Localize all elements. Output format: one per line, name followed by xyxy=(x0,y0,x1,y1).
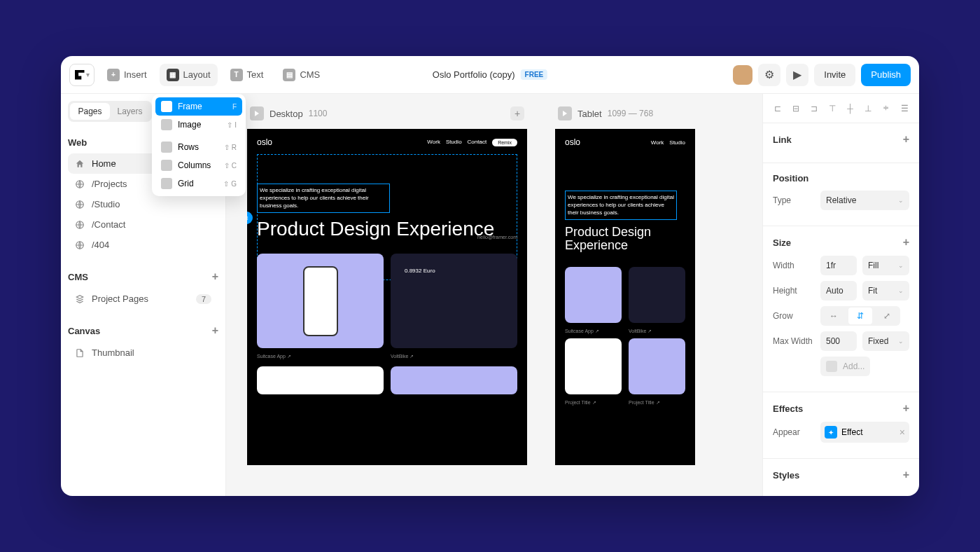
publish-button[interactable]: Publish xyxy=(861,64,911,86)
canvas-section-label: Canvas xyxy=(68,326,100,336)
insert-button[interactable]: + Insert xyxy=(100,64,154,86)
selection-node-icon[interactable] xyxy=(247,212,253,224)
cms-project-pages[interactable]: Project Pages 7 xyxy=(68,289,218,309)
add-canvas-button[interactable]: + xyxy=(212,324,218,337)
app-logo-menu[interactable]: ▾ xyxy=(69,64,94,86)
constraint-icon xyxy=(826,361,837,372)
add-cms-button[interactable]: + xyxy=(212,270,218,283)
tab-pages[interactable]: Pages xyxy=(70,103,110,120)
text-button[interactable]: T Text xyxy=(223,64,271,86)
align-top-icon[interactable]: ⊤ xyxy=(827,104,838,113)
nav-studio[interactable]: Studio xyxy=(669,139,685,146)
dropdown-rows[interactable]: Rows ⇧ R xyxy=(155,138,242,156)
grow-button-group: ↔ ⇵ ⤢ xyxy=(820,306,900,326)
dropdown-grid[interactable]: Grid ⇧ G xyxy=(155,174,242,193)
width-mode-select[interactable]: Fill ⌄ xyxy=(862,256,909,275)
cms-section-header: CMS + xyxy=(68,270,218,283)
select-value: Relative xyxy=(826,195,856,205)
dropdown-image[interactable]: Image ⇧ I xyxy=(155,116,242,134)
user-avatar[interactable] xyxy=(733,65,752,85)
maxwidth-mode-select[interactable]: Fixed ⌄ xyxy=(862,331,909,351)
globe-icon xyxy=(75,240,85,250)
project-card[interactable] xyxy=(629,267,685,323)
hero-subtitle: We specialize in crafting exceptional di… xyxy=(568,193,674,217)
breakpoint-play-button[interactable] xyxy=(250,106,264,120)
project-card[interactable] xyxy=(391,366,517,394)
add-link-button[interactable]: + xyxy=(903,133,909,146)
nav-studio[interactable]: Studio xyxy=(446,139,462,146)
align-center-v-icon[interactable]: ┼ xyxy=(844,104,855,113)
tab-layers[interactable]: Layers xyxy=(110,103,150,120)
chevron-down-icon: ▾ xyxy=(86,71,90,78)
add-effect-button[interactable]: + xyxy=(903,402,909,415)
preview-button[interactable]: ▶ xyxy=(786,64,808,86)
selected-text-element[interactable]: We specialize in crafting exceptional di… xyxy=(565,191,677,220)
project-cards xyxy=(555,253,695,329)
project-card[interactable] xyxy=(391,254,517,348)
position-type-select[interactable]: Relative ⌄ xyxy=(820,191,909,210)
selected-text-element[interactable]: We specialize in crafting exceptional di… xyxy=(257,184,390,213)
page-studio[interactable]: /Studio xyxy=(68,194,218,214)
card-labels: Project Title ↗ Project Title ↗ xyxy=(555,400,695,406)
distribute-v-icon[interactable]: ☰ xyxy=(899,104,910,113)
image-icon xyxy=(161,119,172,130)
height-input[interactable]: Auto xyxy=(820,281,857,301)
phone-mockup xyxy=(303,266,338,336)
dropdown-columns[interactable]: Columns ⇧ C xyxy=(155,156,242,174)
position-section: Position Type Relative ⌄ xyxy=(763,163,919,226)
nav-work[interactable]: Work xyxy=(651,139,664,146)
tablet-frame[interactable]: oslo Work Studio We specialize in crafti… xyxy=(555,129,695,465)
maxwidth-input[interactable]: 500 xyxy=(820,331,857,351)
effect-chip[interactable]: ✦ Effect × xyxy=(820,422,909,443)
project-title[interactable]: Oslo Portfolio (copy) FREE xyxy=(433,69,547,80)
add-constraint-button[interactable]: Add... xyxy=(820,357,870,376)
project-card[interactable] xyxy=(257,254,384,348)
align-center-h-icon[interactable]: ⊟ xyxy=(790,104,802,113)
align-bottom-icon[interactable]: ⊥ xyxy=(862,104,874,113)
canvas-area[interactable]: Desktop 1100 + oslo Work Studio Contact … xyxy=(226,94,762,496)
breakpoint-size: 1100 xyxy=(309,109,328,118)
nav-contact[interactable]: Contact xyxy=(468,139,487,146)
shortcut: ⇧ I xyxy=(227,121,237,129)
project-card[interactable] xyxy=(565,267,622,323)
cms-button[interactable]: ▤ CMS xyxy=(276,64,327,86)
project-card[interactable] xyxy=(257,366,384,394)
page-contact[interactable]: /Contact xyxy=(68,214,218,235)
dropdown-frame[interactable]: Frame F xyxy=(155,97,242,116)
width-input[interactable]: 1fr xyxy=(820,256,857,275)
add-size-button[interactable]: + xyxy=(903,236,909,249)
canvas-thumbnail[interactable]: Thumbnail xyxy=(68,343,218,363)
breakpoint-header: Tablet 1099 — 768 xyxy=(555,102,695,125)
align-left-icon[interactable]: ⊏ xyxy=(772,104,783,113)
effects-section: Effects + Appear ✦ Effect × xyxy=(763,392,919,459)
settings-button[interactable]: ⚙ xyxy=(758,64,780,86)
page-label: Home xyxy=(92,158,116,169)
remix-button[interactable]: Remix xyxy=(492,139,517,146)
add-style-button[interactable]: + xyxy=(903,469,909,481)
desktop-frame[interactable]: oslo Work Studio Contact Remix We specia… xyxy=(247,129,527,465)
distribute-h-icon[interactable]: ⫩ xyxy=(881,104,892,113)
breakpoint-play-button[interactable] xyxy=(558,106,572,120)
height-mode-select[interactable]: Fit ⌄ xyxy=(862,281,909,301)
size-section: Size + Width 1fr Fill ⌄ Height Auto Fit xyxy=(763,226,919,392)
remove-effect-button[interactable]: × xyxy=(899,427,905,438)
project-card[interactable] xyxy=(565,338,622,394)
project-cards-row2 xyxy=(247,359,527,400)
card-label: VoltBike ↗ xyxy=(629,329,685,334)
add-placeholder: Add... xyxy=(843,361,864,371)
grow-horizontal-button[interactable]: ↔ xyxy=(822,308,846,324)
page-404[interactable]: /404 xyxy=(68,235,218,255)
shortcut: F xyxy=(232,103,237,111)
project-card[interactable] xyxy=(629,338,685,394)
layout-button[interactable]: ▦ Layout xyxy=(160,64,218,86)
nav-work[interactable]: Work xyxy=(427,139,440,146)
breakpoint-header: Desktop 1100 + xyxy=(247,102,527,125)
align-right-icon[interactable]: ⊐ xyxy=(808,104,820,113)
text-icon: T xyxy=(230,69,243,81)
page-label: /404 xyxy=(92,240,109,250)
grow-both-button[interactable]: ⤢ xyxy=(875,308,899,324)
invite-button[interactable]: Invite xyxy=(814,64,855,86)
add-breakpoint-button[interactable]: + xyxy=(510,106,524,120)
grow-vertical-button[interactable]: ⇵ xyxy=(848,308,872,324)
breakpoint-label: Tablet xyxy=(578,109,602,119)
